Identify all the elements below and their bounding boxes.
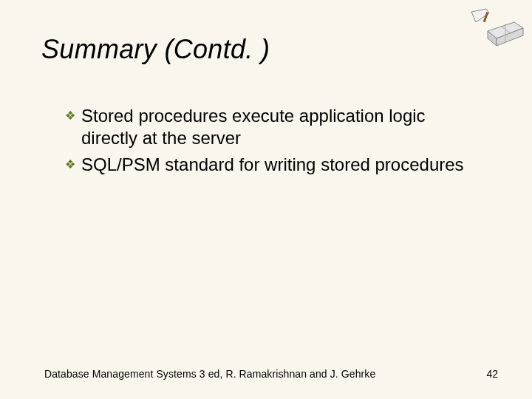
- bullet-text: Stored procedures execute application lo…: [81, 105, 479, 149]
- trowel-bricks-icon: [464, 6, 525, 50]
- list-item: ❖ Stored procedures execute application …: [65, 105, 479, 149]
- bullet-list: ❖ Stored procedures execute application …: [65, 105, 479, 180]
- list-item: ❖ SQL/PSM standard for writing stored pr…: [65, 154, 479, 176]
- bullet-diamond-icon: ❖: [65, 105, 75, 127]
- footer-text: Database Management Systems 3 ed, R. Ram…: [44, 368, 375, 380]
- slide-title: Summary (Contd. ): [41, 34, 270, 65]
- page-number: 42: [486, 368, 498, 380]
- bullet-diamond-icon: ❖: [65, 154, 75, 176]
- bullet-text: SQL/PSM standard for writing stored proc…: [81, 154, 464, 176]
